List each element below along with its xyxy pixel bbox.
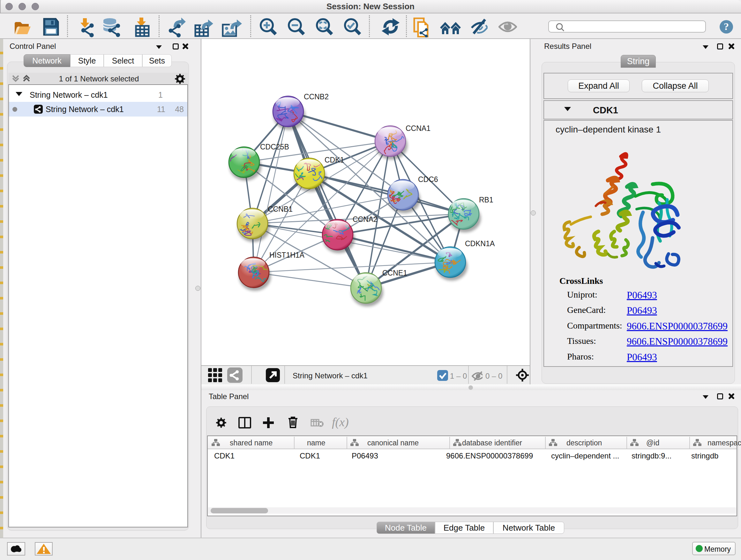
svg-text:CCNA2: CCNA2 [353,215,378,224]
svg-text:CCNB2: CCNB2 [304,92,329,101]
svg-text:CDKN1A: CDKN1A [465,240,495,248]
svg-text:CDC25B: CDC25B [260,143,289,151]
svg-text:CCNE1: CCNE1 [382,269,407,277]
svg-text:CDK1: CDK1 [325,156,344,164]
svg-text:?: ? [724,21,729,32]
svg-text:HIST1H1A: HIST1H1A [269,251,305,259]
svg-text:RB1: RB1 [479,196,493,204]
svg-text:CCNA1: CCNA1 [406,124,430,132]
svg-text:CCNB1: CCNB1 [268,205,293,213]
svg-text:CDC6: CDC6 [418,175,438,184]
